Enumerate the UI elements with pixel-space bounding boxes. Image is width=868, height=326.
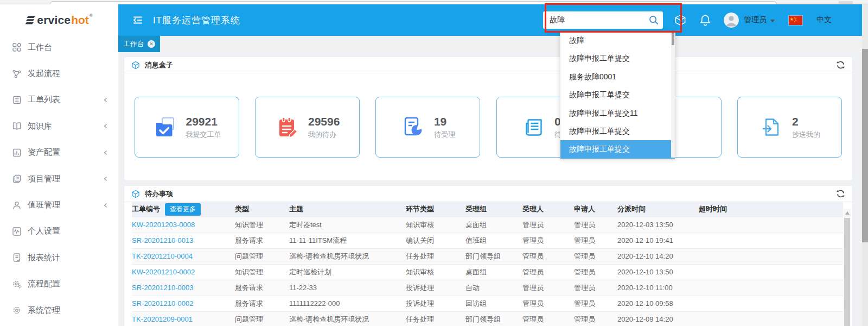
sidebar-nav: 工作台发起流程工单列表知识库资产配置项目管理值班管理个人设置报表统计流程配置系统… xyxy=(0,30,118,323)
table-scrollbar-thumb[interactable] xyxy=(844,218,850,326)
chevron-left-icon xyxy=(103,97,108,103)
app-title: IT服务运营管理系统 xyxy=(153,14,240,27)
tab-workbench[interactable]: 工作台 ✕ xyxy=(118,36,160,52)
sidebar-item-0[interactable]: 工作台 xyxy=(0,34,118,60)
sidebar-item-6[interactable]: 值班管理 xyxy=(0,192,118,218)
dropdown-scrollbar[interactable] xyxy=(671,32,675,158)
cell-3: 任务处理 xyxy=(406,311,465,326)
sidebar-item-4[interactable]: 资产配置 xyxy=(0,140,118,166)
column-header-4: 受理组 xyxy=(465,202,522,217)
logo: ervice hot ® xyxy=(0,4,118,30)
stat-value: 2 xyxy=(792,115,820,128)
sidebar-item-3[interactable]: 知识库 xyxy=(0,113,118,139)
table-row-5: SR-20201210-0002服务请求1111112222-000投诉处理回访… xyxy=(132,296,843,311)
table-row-2: TK-20201210-0004问题管理巡检-请检查机房环境状况任务处理部门领导… xyxy=(132,248,843,264)
table-row-6: TK-20201209-0001问题管理巡检-请检查机房环境状况任务处理部门领导… xyxy=(132,311,843,326)
sidebar-item-9[interactable]: 流程配置 xyxy=(0,271,118,297)
cell-1: 服务请求 xyxy=(235,280,289,296)
search-icon[interactable] xyxy=(648,15,659,26)
message-box-header: 消息盒子 xyxy=(124,57,852,73)
ticket-link[interactable]: SR-20201210-0002 xyxy=(132,299,193,308)
search-suggestion-5[interactable]: 故障申报工单提交 xyxy=(560,122,675,140)
stat-card-5[interactable]: 2抄送我的 xyxy=(737,97,842,158)
column-header-6: 申请人 xyxy=(574,202,617,217)
ticket-link[interactable]: SR-20201210-0003 xyxy=(132,284,193,292)
refresh-icon[interactable] xyxy=(836,60,845,70)
copy-icon xyxy=(12,174,22,184)
cell-4: 值班组 xyxy=(465,233,522,248)
dropdown-scrollbar-thumb[interactable] xyxy=(672,32,674,45)
scroll-up-arrow-icon[interactable] xyxy=(845,211,850,215)
collapse-sidebar-icon[interactable] xyxy=(132,14,144,26)
cell-ticket-id: KW-20201210-0002 xyxy=(132,264,235,280)
search-suggestions-dropdown: 故障故障申报工单提交服务故障0001故障申报工单提交故障申报工单提交11故障申报… xyxy=(560,31,675,158)
user-menu[interactable]: 管理员 xyxy=(744,15,767,25)
ticket-link[interactable]: KW-20201203-0008 xyxy=(132,221,195,229)
ticket-link[interactable]: SR-20201210-0013 xyxy=(132,236,193,244)
view-more-button[interactable]: 查看更多 xyxy=(165,203,201,216)
sidebar-item-7[interactable]: 个人设置 xyxy=(0,218,118,244)
sidebar-item-label: 工单列表 xyxy=(28,95,60,105)
cell-5: 管理员 xyxy=(522,233,574,248)
stat-card-2[interactable]: 19待受理 xyxy=(375,97,480,158)
search-suggestion-4[interactable]: 故障申报工单提交11 xyxy=(560,104,675,122)
cell-1: 问题管理 xyxy=(235,311,289,326)
sidebar-item-10[interactable]: 系统管理 xyxy=(0,297,118,323)
tab-close-icon[interactable]: ✕ xyxy=(148,40,155,48)
sidebar-item-5[interactable]: 项目管理 xyxy=(0,166,118,192)
language-switcher[interactable]: 中文 xyxy=(816,15,832,25)
cell-5: 管理员 xyxy=(522,264,574,280)
newspaper-icon xyxy=(521,115,546,140)
table-row-0: KW-20201203-0008知识管理定时器test知识审核桌面组管理员管理员… xyxy=(132,217,843,233)
cell-4: 桌面组 xyxy=(465,264,522,280)
column-header-0: 工单编号查看更多 xyxy=(132,202,235,217)
svg-text:★: ★ xyxy=(794,21,796,23)
cell-3: 确认关闭 xyxy=(406,233,465,248)
page-scrollbar[interactable] xyxy=(862,4,868,326)
sidebar-item-8[interactable]: 报表统计 xyxy=(0,244,118,271)
sidebar-item-label: 资产配置 xyxy=(28,147,60,158)
stat-value: 19 xyxy=(434,115,455,128)
china-flag-icon[interactable]: ★★★★★ xyxy=(789,16,802,25)
notifications-bell-icon[interactable] xyxy=(699,14,712,27)
cell-6: 管理员 xyxy=(574,264,617,280)
cell-2: 定时器test xyxy=(289,217,406,233)
cell-ticket-id: SR-20201210-0003 xyxy=(132,280,235,296)
cell-7: 2020-12-09 14:20 xyxy=(617,311,699,326)
page-scrollbar-thumb[interactable] xyxy=(862,49,868,242)
todo-panel: 待办事项 工单编号查看更多类型主题环节类型受理组受理人申请人分派时间超时时间 K… xyxy=(124,185,853,326)
caret-down-icon xyxy=(770,20,775,22)
stat-card-0[interactable]: 29921我提交工单 xyxy=(135,97,239,158)
sidebar-item-1[interactable]: 发起流程 xyxy=(0,60,118,86)
ticket-link[interactable]: KW-20201210-0002 xyxy=(132,268,195,276)
cube-icon xyxy=(131,190,140,198)
gear-flow-icon xyxy=(12,279,22,289)
cube-icon[interactable] xyxy=(674,14,687,27)
table-row-4: SR-20201210-0003服务请求11-22-33投诉处理自动管理员管理员… xyxy=(132,280,843,296)
person-icon xyxy=(12,200,22,210)
global-search xyxy=(543,11,663,29)
ticket-link[interactable]: TK-20201209-0001 xyxy=(132,315,193,323)
sidebar-item-2[interactable]: 工单列表 xyxy=(0,87,118,113)
stat-card-1[interactable]: 29596我的待办 xyxy=(255,97,360,158)
stat-cards: 29921我提交工单29596我的待办19待受理0待阅读2抄送我的 xyxy=(124,97,852,158)
search-suggestion-3[interactable]: 故障申报工单提交 xyxy=(560,86,675,104)
ticket-link[interactable]: TK-20201210-0004 xyxy=(132,252,193,260)
avatar[interactable] xyxy=(724,12,739,28)
cell-3: 投诉处理 xyxy=(406,280,465,296)
search-suggestion-0[interactable]: 故障 xyxy=(560,32,675,49)
search-suggestion-6[interactable]: 故障申报工单提交 xyxy=(560,140,675,158)
cell-8 xyxy=(699,217,843,233)
sidebar-item-label: 报表统计 xyxy=(28,253,60,263)
search-suggestion-2[interactable]: 服务故障0001 xyxy=(560,68,675,86)
table-scrollbar[interactable] xyxy=(844,209,851,326)
stat-label: 我的待办 xyxy=(308,130,340,140)
search-suggestion-1[interactable]: 故障申报工单提交 xyxy=(560,49,675,67)
column-header-1: 类型 xyxy=(235,202,289,217)
tab-label: 工作台 xyxy=(123,39,144,49)
cell-5: 管理员 xyxy=(522,296,574,311)
column-header-5: 受理人 xyxy=(522,202,574,217)
refresh-icon[interactable] xyxy=(836,189,845,198)
todo-header: 待办事项 xyxy=(124,186,852,202)
search-input[interactable] xyxy=(543,11,663,29)
